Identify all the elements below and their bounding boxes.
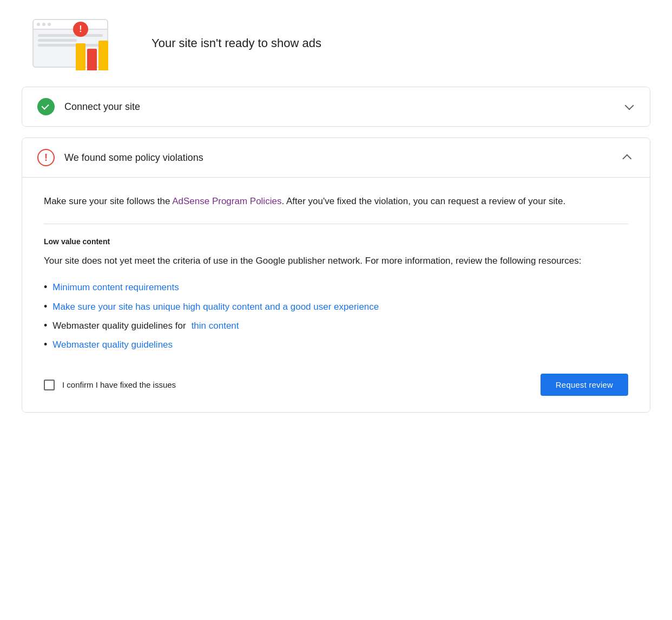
adsense-policies-link[interactable]: AdSense Program Policies bbox=[172, 196, 281, 206]
books-illustration bbox=[76, 41, 108, 70]
policy-violations-header-left: ! We found some policy violations bbox=[37, 149, 203, 166]
minimum-content-link[interactable]: Minimum content requirements bbox=[52, 280, 179, 295]
connect-site-header[interactable]: Connect your site bbox=[22, 87, 650, 126]
confirm-text: I confirm I have fixed the issues bbox=[62, 380, 176, 389]
list-item: Minimum content requirements bbox=[44, 280, 628, 295]
confirm-checkbox[interactable] bbox=[44, 380, 55, 390]
webmaster-thin-prefix: Webmaster quality guidelines for bbox=[52, 318, 186, 333]
list-item: Make sure your site has unique high qual… bbox=[44, 299, 628, 314]
thin-content-link[interactable]: thin content bbox=[192, 318, 239, 333]
connect-site-header-left: Connect your site bbox=[37, 98, 140, 115]
hero-subtitle: Your site isn't ready to show ads bbox=[141, 36, 321, 50]
connect-site-card: Connect your site bbox=[22, 87, 650, 127]
policy-violations-title: We found some policy violations bbox=[64, 152, 203, 164]
unique-content-link[interactable]: Make sure your site has unique high qual… bbox=[52, 299, 379, 314]
chevron-down-icon[interactable] bbox=[622, 100, 635, 113]
policy-intro-before-link: Make sure your site follows the bbox=[44, 196, 172, 206]
check-icon bbox=[37, 98, 55, 115]
policy-violations-card: ! We found some policy violations Make s… bbox=[22, 138, 650, 413]
violation-label: Low value content bbox=[44, 237, 628, 246]
connect-site-title: Connect your site bbox=[64, 101, 140, 113]
hero-illustration: ! bbox=[22, 16, 141, 70]
card-footer: I confirm I have fixed the issues Reques… bbox=[44, 368, 628, 396]
request-review-button[interactable]: Request review bbox=[541, 374, 628, 396]
policy-violations-header[interactable]: ! We found some policy violations bbox=[22, 138, 650, 177]
list-item: Webmaster quality guidelines bbox=[44, 337, 628, 352]
hero-section: ! Your site isn't ready to show ads bbox=[22, 0, 650, 87]
warning-icon: ! bbox=[37, 149, 55, 166]
confirm-label[interactable]: I confirm I have fixed the issues bbox=[44, 380, 176, 390]
warning-badge-illustration: ! bbox=[73, 22, 88, 37]
violation-description: Your site does not yet meet the criteria… bbox=[44, 253, 628, 268]
section-divider bbox=[44, 224, 628, 224]
policy-violations-body: Make sure your site follows the AdSense … bbox=[22, 177, 650, 412]
resource-list: Minimum content requirements Make sure y… bbox=[44, 280, 628, 352]
webmaster-guidelines-link[interactable]: Webmaster quality guidelines bbox=[52, 337, 173, 352]
policy-intro-after-link: . After you've fixed the violation, you … bbox=[281, 196, 565, 206]
list-item: Webmaster quality guidelines for thin co… bbox=[44, 318, 628, 333]
chevron-up-icon[interactable] bbox=[622, 151, 635, 164]
page-wrapper: ! Your site isn't ready to show ads Conn… bbox=[0, 0, 672, 456]
policy-intro-text: Make sure your site follows the AdSense … bbox=[44, 194, 628, 208]
